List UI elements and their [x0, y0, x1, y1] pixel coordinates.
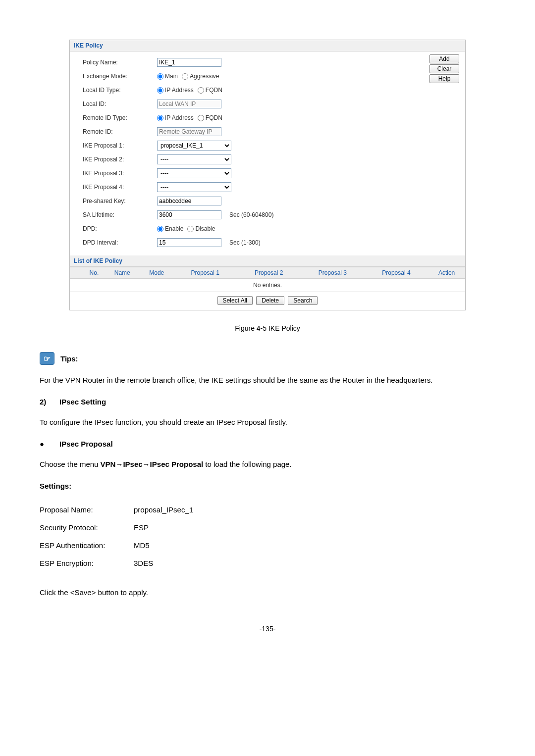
ike-policy-panel: IKE Policy Add Clear Help Policy Name: E…	[69, 40, 466, 310]
dpd-enable[interactable]: Enable	[157, 225, 183, 232]
dpd-enable-text: Enable	[165, 225, 183, 232]
remote-id-type-ip[interactable]: IP Address	[157, 114, 194, 121]
tips-label: Tips:	[60, 354, 78, 363]
th-name: Name	[105, 267, 140, 279]
policy-name-input[interactable]	[157, 58, 221, 67]
heading-number: 2)	[40, 398, 59, 406]
dpd-int-input[interactable]	[157, 238, 221, 247]
menu-line-post: to load the following page.	[203, 460, 291, 468]
ike-p2-select[interactable]: ----	[157, 154, 231, 164]
ike-p3-select[interactable]: ----	[157, 168, 231, 178]
ipsec-setting-desc: To configure the IPsec function, you sho…	[40, 415, 495, 430]
ike-p4-label: IKE Proposal 4:	[83, 184, 157, 191]
bullet-text: IPsec Proposal	[59, 440, 113, 448]
th-p4: Proposal 4	[365, 267, 428, 279]
tips-icon: ☞	[40, 352, 54, 365]
tips-body: For the VPN Router in the remote branch …	[40, 373, 495, 388]
policy-name-label: Policy Name:	[83, 59, 157, 66]
ike-p3-label: IKE Proposal 3:	[83, 170, 157, 177]
remote-id-type-fqdn-text: FQDN	[206, 114, 222, 121]
bullet-ipsec-proposal: ●IPsec Proposal	[40, 440, 495, 448]
th-no: No.	[84, 267, 105, 279]
menu-line: Choose the menu VPN→IPsec→IPsec Proposal…	[40, 457, 495, 472]
dpd-label: DPD:	[83, 225, 157, 232]
page-number: -135-	[40, 625, 495, 633]
sa-life-label: SA Lifetime:	[83, 211, 157, 218]
local-id-label: Local ID:	[83, 101, 157, 107]
figure-caption: Figure 4-5 IKE Policy	[40, 324, 495, 332]
dpd-int-label: DPD Interval:	[83, 239, 157, 246]
s-r4v: 3DES	[134, 554, 153, 572]
th-mode: Mode	[140, 267, 173, 279]
exchange-mode-label: Exchange Mode:	[83, 73, 157, 80]
s-r2k: Security Protocol:	[40, 519, 134, 537]
ike-p4-select[interactable]: ----	[157, 182, 231, 192]
s-r3k: ESP Authentication:	[40, 537, 134, 554]
psk-label: Pre-shared Key:	[83, 198, 157, 204]
sa-life-input[interactable]	[157, 210, 221, 219]
th-p1: Proposal 1	[173, 267, 237, 279]
clear-button[interactable]: Clear	[429, 64, 459, 73]
remote-id-label: Remote ID:	[83, 128, 157, 135]
local-id-type-ip[interactable]: IP Address	[157, 87, 194, 94]
local-id-type-label: Local ID Type:	[83, 87, 157, 94]
s-r3v: MD5	[134, 537, 150, 554]
table-empty-text: No entries.	[70, 279, 465, 292]
bullet-dot: ●	[40, 440, 59, 448]
settings-label: Settings:	[40, 482, 495, 490]
ike-policy-table: No. Name Mode Proposal 1 Proposal 2 Prop…	[70, 267, 465, 292]
s-r1k: Proposal Name:	[40, 501, 134, 519]
ike-p2-label: IKE Proposal 2:	[83, 156, 157, 163]
sa-life-unit: Sec (60-604800)	[229, 211, 273, 218]
s-r2v: ESP	[134, 519, 149, 537]
remote-id-type-ip-text: IP Address	[165, 114, 194, 121]
dpd-int-unit: Sec (1-300)	[229, 239, 261, 246]
settings-table: Proposal Name:proposal_IPsec_1 Security …	[40, 501, 495, 572]
heading-text: IPsec Setting	[59, 398, 106, 406]
help-button[interactable]: Help	[429, 74, 459, 83]
ike-policy-form: Add Clear Help Policy Name: Exchange Mod…	[70, 51, 465, 255]
th-action: Action	[428, 267, 465, 279]
ike-p1-select[interactable]: proposal_IKE_1	[157, 141, 231, 151]
add-button[interactable]: Add	[429, 54, 459, 63]
psk-input[interactable]	[157, 197, 221, 205]
exchange-mode-main[interactable]: Main	[157, 73, 178, 80]
exchange-mode-aggressive-text: Aggressive	[190, 73, 219, 80]
menu-line-pre: Choose the menu	[40, 460, 101, 468]
exchange-mode-aggressive[interactable]: Aggressive	[182, 73, 219, 80]
select-all-button[interactable]: Select All	[217, 296, 253, 305]
delete-button[interactable]: Delete	[256, 296, 284, 305]
side-button-group: Add Clear Help	[429, 54, 459, 83]
local-id-type-ip-text: IP Address	[165, 87, 194, 94]
list-title: List of IKE Policy	[70, 255, 465, 267]
exchange-mode-main-text: Main	[165, 73, 178, 80]
panel-title: IKE Policy	[70, 40, 465, 51]
th-p3: Proposal 3	[301, 267, 365, 279]
remote-id-input	[157, 127, 221, 136]
s-r4k: ESP Encryption:	[40, 554, 134, 572]
local-id-type-fqdn-text: FQDN	[206, 87, 222, 94]
table-button-row: Select All Delete Search	[70, 292, 465, 310]
remote-id-type-label: Remote ID Type:	[83, 114, 157, 121]
local-id-type-fqdn[interactable]: FQDN	[198, 87, 222, 94]
dpd-disable-text: Disable	[195, 225, 215, 232]
dpd-disable[interactable]: Disable	[187, 225, 215, 232]
menu-line-bold: VPN→IPsec→IPsec Proposal	[101, 460, 204, 468]
th-p2: Proposal 2	[237, 267, 301, 279]
heading-ipsec-setting: 2)IPsec Setting	[40, 398, 495, 406]
remote-id-type-fqdn[interactable]: FQDN	[198, 114, 222, 121]
s-r1v: proposal_IPsec_1	[134, 501, 193, 519]
apply-line: Click the <Save> button to apply.	[40, 585, 495, 600]
local-id-input	[157, 100, 221, 108]
search-button[interactable]: Search	[288, 296, 318, 305]
ike-p1-label: IKE Proposal 1:	[83, 142, 157, 149]
